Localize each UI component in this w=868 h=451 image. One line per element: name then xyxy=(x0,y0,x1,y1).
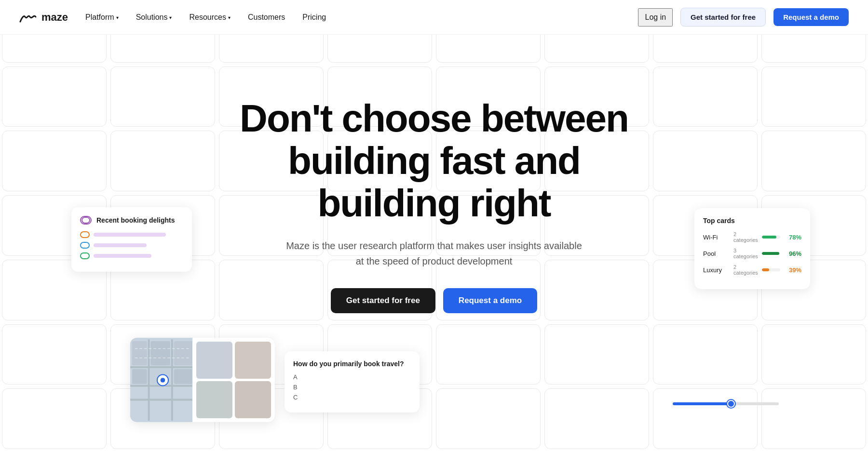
hero-subtitle: Maze is the user research platform that … xyxy=(285,238,583,269)
photo-grid xyxy=(192,338,275,422)
photo-cell-2 xyxy=(235,342,271,379)
grid-cell xyxy=(436,388,541,449)
map-svg xyxy=(130,338,195,422)
slider-thumb xyxy=(727,400,735,408)
grid-cell xyxy=(219,324,324,385)
card-survey-option-c: C xyxy=(293,394,411,401)
grid-cell xyxy=(110,324,215,385)
grid-cell xyxy=(761,324,866,385)
hero-section: Don't choose between building fast and b… xyxy=(0,0,868,451)
grid-cell xyxy=(544,324,649,385)
get-started-hero-button[interactable]: Get started for free xyxy=(331,288,435,313)
card-survey-question: How do you primarily book travel? xyxy=(293,360,411,368)
hero-buttons: Get started for free Request a demo xyxy=(331,288,537,313)
photo-cell-4 xyxy=(235,381,271,418)
nav-pricing[interactable]: Pricing xyxy=(302,13,326,22)
svg-rect-8 xyxy=(150,341,170,365)
navbar: maze Platform ▾ Solutions ▾ Resources ▾ … xyxy=(0,0,868,35)
navbar-left: maze Platform ▾ Solutions ▾ Resources ▾ … xyxy=(19,11,326,24)
nav-platform[interactable]: Platform ▾ xyxy=(85,13,119,22)
grid-cell xyxy=(653,388,758,449)
login-button[interactable]: Log in xyxy=(638,8,673,27)
logo-area[interactable]: maze xyxy=(19,11,68,24)
logo-text: maze xyxy=(41,11,68,24)
grid-cell xyxy=(761,388,866,449)
grid-cell xyxy=(436,324,541,385)
photo-cell-3 xyxy=(196,381,232,418)
slider-fill xyxy=(673,402,731,405)
get-started-nav-button[interactable]: Get started for free xyxy=(680,8,766,27)
svg-rect-12 xyxy=(174,369,194,384)
grid-cell xyxy=(327,388,432,449)
grid-cell xyxy=(327,324,432,385)
grid-cell xyxy=(219,388,324,449)
svg-rect-11 xyxy=(150,369,170,384)
navbar-right: Log in Get started for free Request a de… xyxy=(638,8,849,27)
svg-rect-1 xyxy=(130,339,195,421)
card-map xyxy=(130,338,275,422)
svg-rect-7 xyxy=(132,341,147,365)
map-area xyxy=(130,338,195,422)
chevron-down-icon: ▾ xyxy=(228,15,231,20)
photo-cell-1 xyxy=(196,342,232,379)
card-slider xyxy=(673,402,779,405)
nav-customers[interactable]: Customers xyxy=(248,13,285,22)
nav-resources[interactable]: Resources ▾ xyxy=(189,13,230,22)
grid-cell xyxy=(653,324,758,385)
grid-cell xyxy=(110,388,215,449)
request-demo-nav-button[interactable]: Request a demo xyxy=(773,8,849,26)
svg-rect-9 xyxy=(174,341,194,365)
grid-cell xyxy=(2,388,107,449)
slider-track xyxy=(673,402,779,405)
nav-solutions[interactable]: Solutions ▾ xyxy=(136,13,172,22)
hero-title: Don't choose between building fast and b… xyxy=(240,97,628,225)
card-survey: How do you primarily book travel? A B C xyxy=(285,351,420,412)
grid-cell xyxy=(2,324,107,385)
chevron-down-icon: ▾ xyxy=(116,15,119,20)
maze-logo-icon xyxy=(19,12,37,23)
svg-point-13 xyxy=(157,374,168,385)
hero-content: Don't choose between building fast and b… xyxy=(0,35,868,313)
grid-cell xyxy=(544,388,649,449)
card-survey-option-a: A xyxy=(293,373,411,381)
svg-point-14 xyxy=(161,378,165,383)
request-demo-hero-button[interactable]: Request a demo xyxy=(443,288,537,313)
card-survey-option-b: B xyxy=(293,384,411,391)
chevron-down-icon: ▾ xyxy=(169,15,172,20)
svg-rect-10 xyxy=(132,369,147,384)
